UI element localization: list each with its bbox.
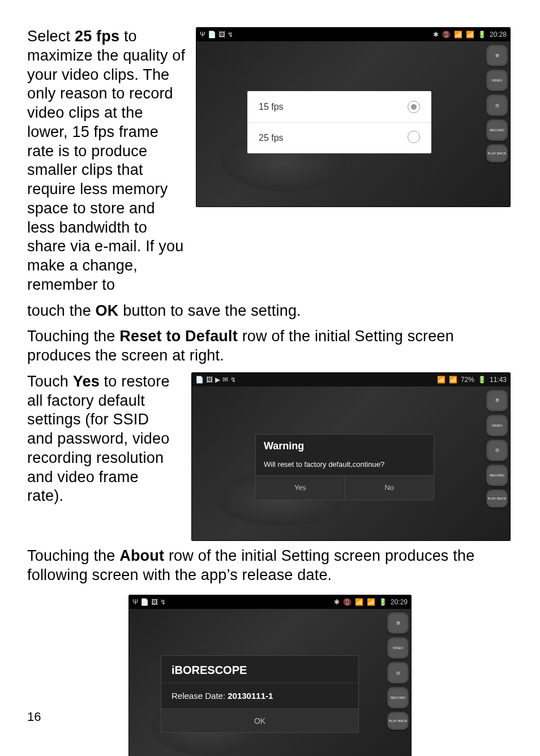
- status-clock: 20:28: [490, 31, 507, 38]
- shot-button[interactable]: ◎: [387, 662, 409, 684]
- status-bar: Ψ 📄 🖼 ↯ ✱ 📵 📶 📶 🔋 20:29: [129, 595, 411, 609]
- status-icon: 🖼: [218, 31, 225, 38]
- status-icon: ↯: [160, 598, 166, 606]
- record-button[interactable]: RECORD: [387, 687, 409, 708]
- status-icon: 📶: [437, 376, 445, 384]
- ok-button[interactable]: OK: [161, 708, 358, 732]
- status-icon: Ψ: [132, 598, 138, 606]
- fps-option-25[interactable]: 25 fps: [247, 122, 431, 153]
- status-bar: 📄 🖼 ▶ ✉ ↯ 📶 📶 72% 🔋 11:43: [192, 373, 510, 386]
- status-icon: 📶: [449, 376, 457, 384]
- warning-dialog: Warning Will reset to factory default,co…: [255, 434, 434, 500]
- gear-icon[interactable]: ⚙: [486, 45, 508, 66]
- dialog-title: Warning: [256, 435, 434, 458]
- status-icon: ✱: [334, 598, 340, 606]
- fps-option-15[interactable]: 15 fps: [247, 91, 431, 122]
- shot-button[interactable]: ◎: [486, 94, 508, 116]
- screenshot-reset-warning: 📄 🖼 ▶ ✉ ↯ 📶 📶 72% 🔋 11:43 Warning: [191, 372, 511, 541]
- no-button[interactable]: No: [345, 476, 434, 500]
- fps-option-label: 15 fps: [259, 102, 284, 112]
- video-mode-button[interactable]: VIDEO: [387, 637, 409, 659]
- paragraph-1-part: Select 25 fps to maximize the quality of…: [27, 27, 186, 295]
- yes-button[interactable]: Yes: [256, 476, 345, 500]
- fps-option-label: 25 fps: [259, 133, 284, 143]
- page-number: 16: [27, 710, 41, 724]
- fps-dialog: 15 fps 25 fps: [247, 91, 431, 153]
- status-icon: ▶: [215, 376, 220, 384]
- paragraph-2: Touching the Reset to Default row of the…: [27, 327, 513, 366]
- status-clock: 11:43: [490, 376, 507, 384]
- status-icon: ✉: [222, 376, 228, 384]
- record-button[interactable]: RECORD: [486, 465, 508, 486]
- status-icon: 📵: [343, 598, 352, 606]
- status-icon: 🔋: [478, 376, 486, 384]
- video-mode-button[interactable]: VIDEO: [486, 415, 508, 436]
- status-icon: ↯: [228, 31, 233, 38]
- status-icon: ✱: [433, 31, 439, 38]
- radio-icon: [408, 131, 420, 143]
- status-icon: 📵: [442, 31, 451, 38]
- playback-button[interactable]: PLAY BACK: [387, 712, 409, 730]
- status-clock: 20:29: [391, 598, 408, 606]
- paragraph-4: Touching the About row of the initial Se…: [27, 547, 513, 585]
- screenshot-fps-setting: Ψ 📄 🖼 ↯ ✱ 📵 📶 📶 🔋 20:28: [196, 27, 511, 207]
- status-icon: ↯: [230, 376, 236, 384]
- dialog-body-text: Will reset to factory default,continue?: [256, 458, 434, 476]
- record-button[interactable]: RECORD: [486, 119, 508, 141]
- status-icon: 📶: [466, 31, 474, 38]
- status-icon: 📄: [195, 376, 204, 384]
- paragraph-1-tail: touch the OK button to save the setting.: [27, 302, 513, 321]
- status-battery-pct: 72%: [461, 376, 474, 384]
- dialog-body-text: Release Date: 20130111-1: [161, 683, 358, 708]
- playback-button[interactable]: PLAY BACK: [486, 489, 508, 508]
- screenshot-about-dialog: Ψ 📄 🖼 ↯ ✱ 📵 📶 📶 🔋 20:29: [128, 595, 412, 756]
- status-icon: Ψ: [200, 31, 205, 38]
- playback-button[interactable]: PLAY BACK: [486, 144, 508, 162]
- status-icon: 📶: [367, 598, 375, 606]
- video-mode-button[interactable]: VIDEO: [486, 70, 508, 91]
- status-icon: 📶: [355, 598, 363, 606]
- status-icon: 📄: [140, 598, 149, 606]
- shot-button[interactable]: ◎: [486, 440, 508, 461]
- status-icon: 🔋: [379, 598, 387, 606]
- status-icon: 🖼: [206, 376, 213, 384]
- status-icon: 📄: [208, 31, 216, 38]
- status-icon: 📶: [454, 31, 462, 38]
- status-icon: 🖼: [151, 598, 158, 606]
- status-icon: 🔋: [478, 31, 486, 38]
- status-bar: Ψ 📄 🖼 ↯ ✱ 📵 📶 📶 🔋 20:28: [196, 28, 510, 41]
- paragraph-3: Touch Yes to restore all factory default…: [27, 372, 174, 506]
- gear-icon[interactable]: ⚙: [486, 390, 508, 411]
- dialog-title: iBORESCOPE: [161, 656, 358, 682]
- about-dialog: iBORESCOPE Release Date: 20130111-1 OK: [161, 655, 359, 733]
- radio-icon: [408, 101, 420, 113]
- gear-icon[interactable]: ⚙: [387, 612, 409, 634]
